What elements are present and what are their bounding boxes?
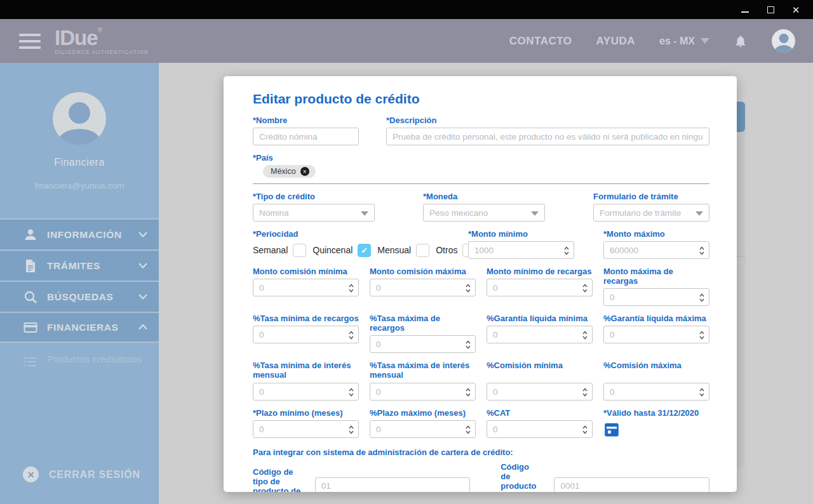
number-spinner-icon[interactable]	[699, 330, 705, 340]
number-input[interactable]	[487, 383, 593, 401]
field-label: Monto comisión mínima	[253, 267, 359, 276]
number-spinner-icon[interactable]	[465, 283, 471, 293]
codigo-producto-label: Código de producto de crédito:	[501, 462, 540, 492]
number-input[interactable]	[487, 279, 593, 296]
number-spinner-icon[interactable]	[348, 387, 354, 397]
number-input[interactable]	[603, 383, 709, 401]
number-spinner-icon[interactable]	[582, 425, 588, 435]
codigo-tipo-label: Código de tipo de producto de crédito	[253, 467, 301, 493]
close-button[interactable]: ✕	[788, 3, 804, 17]
checkbox-mensual[interactable]: Mensual ✓	[377, 244, 429, 257]
number-spinner-icon[interactable]	[699, 293, 705, 303]
sidebar-item-financieras[interactable]: FINANCIERAS	[0, 312, 159, 343]
tipo-credito-select[interactable]: Nómina	[253, 204, 375, 222]
pais-chip-label: México	[271, 167, 296, 176]
edit-credit-product-modal: Editar producto de crédito *Nombre *Desc…	[224, 76, 737, 492]
number-spinner-icon[interactable]	[699, 246, 705, 256]
chevron-down-icon	[701, 38, 709, 44]
logout-button[interactable]: ✕ CERRAR SESIÓN	[23, 467, 140, 482]
list-icon	[23, 354, 38, 369]
number-spinner-icon[interactable]	[465, 340, 471, 350]
number-input[interactable]	[253, 383, 359, 401]
nombre-label: *Nombre	[253, 116, 359, 125]
avatar-person-icon	[69, 102, 90, 124]
number-spinner-icon[interactable]	[563, 246, 570, 256]
calendar-icon[interactable]	[603, 421, 620, 437]
background-card-edge	[737, 132, 745, 467]
descripcion-input[interactable]	[386, 128, 709, 145]
number-spinner-icon[interactable]	[582, 283, 588, 293]
chevron-up-icon	[138, 324, 147, 330]
number-input[interactable]	[253, 420, 359, 438]
codigo-producto-input[interactable]	[554, 477, 709, 493]
formulario-tramite-label: Formulario de trámite	[593, 192, 709, 201]
checkbox-quincenal[interactable]: Quincenal ✓	[312, 244, 371, 257]
number-spinner-icon[interactable]	[699, 387, 705, 397]
monto-minimo-input[interactable]	[468, 241, 574, 259]
sidebar-item-informacion[interactable]: INFORMACIÓN	[0, 218, 159, 249]
number-input[interactable]	[487, 420, 593, 438]
nombre-input[interactable]	[253, 128, 359, 145]
number-spinner-icon[interactable]	[348, 425, 354, 435]
field-label: %Tasa mínima de interés mensual	[253, 361, 359, 380]
number-input[interactable]	[370, 383, 476, 401]
numeric-fields-grid: Monto comisión mínimaMonto comisión máxi…	[253, 267, 709, 440]
close-circle-icon: ✕	[23, 467, 39, 482]
checkbox[interactable]: ✓	[293, 244, 306, 257]
pais-underline[interactable]	[253, 183, 709, 184]
window-titlebar: ✕	[0, 0, 813, 19]
number-spinner-icon[interactable]	[465, 425, 471, 435]
pais-label: *País	[253, 153, 709, 162]
sidebar-item-tramites[interactable]: TRÁMITES	[0, 249, 159, 281]
tipo-credito-label: *Tipo de crédito	[253, 192, 375, 201]
number-spinner-icon[interactable]	[582, 330, 588, 340]
chevron-down-icon	[138, 263, 147, 269]
nav-ayuda[interactable]: AYUDA	[596, 35, 635, 48]
checkbox-semanal[interactable]: Semanal ✓	[253, 244, 306, 257]
pais-chip: México ×	[263, 165, 316, 178]
number-spinner-icon[interactable]	[348, 283, 354, 293]
logout-label: CERRAR SESIÓN	[49, 469, 140, 481]
minimize-button[interactable]	[737, 3, 753, 17]
field-label: %Tasa máxima de interés mensual	[370, 361, 476, 380]
field-label: %Garantía líquida máxima	[603, 314, 709, 323]
background-button-sliver	[737, 102, 745, 132]
chevron-down-icon	[138, 232, 147, 237]
remove-chip-icon[interactable]: ×	[300, 167, 309, 176]
field-label: %Tasa máxima de recargos	[370, 314, 476, 333]
checkbox[interactable]: ✓	[416, 244, 429, 257]
hamburger-menu-icon[interactable]	[19, 34, 41, 49]
number-input[interactable]	[253, 326, 359, 343]
number-input[interactable]	[370, 335, 476, 353]
language-selector[interactable]: es - MX	[659, 36, 709, 47]
sidebar-item-busquedas[interactable]: BÚSQUEDAS	[0, 281, 159, 312]
number-spinner-icon[interactable]	[582, 387, 588, 397]
field-label: Monto comisión máxima	[370, 267, 476, 276]
integration-heading: Para integrar con sistema de administrac…	[253, 448, 709, 457]
number-input[interactable]	[603, 326, 709, 343]
notifications-bell-icon[interactable]	[734, 34, 748, 49]
profile-name: Financiera	[0, 157, 159, 168]
number-input[interactable]	[370, 279, 476, 296]
maximize-button[interactable]	[762, 3, 779, 17]
app-header: IDue® DILIGENCE AUTHENTICATION CONTACTO …	[0, 19, 813, 63]
background-card-divider	[737, 256, 745, 257]
sidebar-subitem-productos-crediticios[interactable]: Productos crediciticios	[0, 343, 159, 369]
formulario-tramite-select[interactable]: Formulario de trámite	[593, 204, 709, 222]
sidebar-item-label: INFORMACIÓN	[47, 229, 138, 241]
number-spinner-icon[interactable]	[348, 330, 354, 340]
number-input[interactable]	[487, 326, 593, 343]
profile-avatar	[53, 92, 106, 145]
nav-contacto[interactable]: CONTACTO	[509, 35, 572, 48]
number-input[interactable]	[370, 420, 476, 438]
number-input[interactable]	[253, 279, 359, 296]
user-avatar[interactable]	[772, 29, 795, 53]
number-input[interactable]	[603, 288, 709, 306]
moneda-select[interactable]: Peso mexicano	[423, 204, 545, 222]
sidebar-item-label: TRÁMITES	[47, 260, 138, 272]
codigo-tipo-input[interactable]	[315, 477, 471, 493]
field-label: %Comisión máxima	[603, 361, 709, 380]
monto-maximo-input[interactable]	[603, 241, 709, 259]
checkbox[interactable]: ✓	[358, 244, 371, 257]
number-spinner-icon[interactable]	[465, 387, 471, 397]
